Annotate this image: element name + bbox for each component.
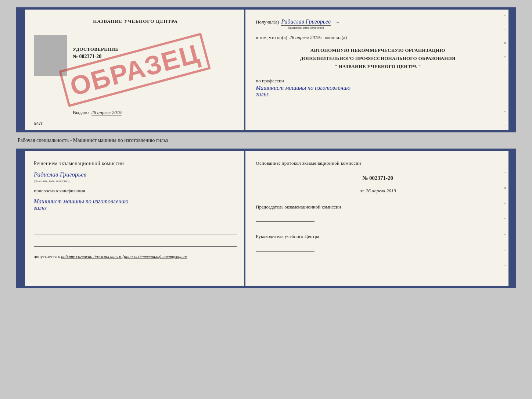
vudano-line: Выдано 26 апреля 2019	[73, 110, 122, 115]
right-side-marks: – – и а ← – – – –	[501, 10, 508, 130]
date-value: 26 апреля 2019г.	[290, 35, 323, 41]
mp-label: М.П.	[34, 121, 44, 127]
book-spine-left	[18, 10, 25, 130]
protocol-date: от 26 апреля 2019	[256, 188, 500, 194]
qual-name2: гильз	[34, 205, 47, 211]
rukovoditel-label: Руководитель учебного Центра	[256, 234, 319, 239]
dash-mark2: –	[504, 27, 506, 31]
name-subtitle-bottom: (фамилия, имя, отчество)	[34, 179, 69, 183]
vtom-prefix: в том, что он(а)	[256, 35, 287, 40]
book2-spine-right	[508, 151, 514, 286]
chairman-label: Председатель экзаменационной комиссии	[256, 204, 341, 210]
blank-line4	[34, 266, 237, 272]
bottom-book-left-page: Решением экзаменационной комиссии Радисл…	[25, 151, 245, 286]
dopusk-prefix: допускается к	[34, 254, 60, 259]
blank-line1	[34, 217, 237, 223]
blank-line3	[34, 241, 237, 247]
prisvoena-label: присвоена квалификация	[34, 188, 237, 194]
resheniem-title: Решением экзаменационной комиссии	[34, 160, 237, 167]
osnovanie-title: Основание: протокол экзаменационной коми…	[256, 160, 500, 167]
profession-name-text: Машинист машины по изготовлению	[256, 85, 351, 91]
top-book: НАЗВАНИЕ УЧЕБНОГО ЦЕНТРА УДОСТОВЕРЕНИЕ №…	[16, 7, 516, 132]
vudano-label: Выдано	[73, 110, 89, 115]
bottom-book-right-page: Основание: протокол экзаменационной коми…	[245, 151, 508, 286]
center-title: НАЗВАНИЕ УЧЕБНОГО ЦЕНТРА	[34, 18, 237, 24]
qualification-name: Машинист машины по изготовлению гильз	[34, 198, 237, 211]
dash-mark5: –	[504, 109, 506, 113]
between-label: Рабочая специальность - Машинист машины …	[16, 138, 168, 143]
chairman-sign-line	[256, 213, 314, 222]
vtom-line: в том, что он(а) 26 апреля 2019г. окончи…	[256, 35, 500, 41]
dash-mark2-6: –	[504, 279, 506, 282]
dash-mark1: –	[504, 13, 506, 17]
profession-name: Машинист машины по изготовлению гильз	[256, 85, 500, 98]
top-book-right-page: Получил(а) Радислав Григорьев (фамилия, …	[245, 10, 508, 130]
profession-label: по профессии	[256, 78, 284, 83]
person-name-top: Радислав Григорьев	[281, 18, 331, 26]
poluchil-label: Получил(а)	[256, 19, 279, 25]
udostoverenie-block: УДОСТОВЕРЕНИЕ № 002371-20	[73, 46, 119, 60]
dash-mark2-2: –	[504, 170, 506, 174]
dash-mark2-3: –	[504, 232, 506, 236]
udost-label: УДОСТОВЕРЕНИЕ	[73, 46, 119, 52]
dash-mark3: –	[504, 82, 506, 85]
person-name-bottom: Радислав Григорьев	[34, 171, 86, 179]
document-wrapper: НАЗВАНИЕ УЧЕБНОГО ЦЕНТРА УДОСТОВЕРЕНИЕ №…	[16, 7, 516, 288]
qualification-block: Машинист машины по изготовлению гильз	[34, 197, 237, 211]
udost-number: № 002371-20	[73, 54, 101, 60]
bottom-book: Решением экзаменационной комиссии Радисл…	[16, 149, 516, 288]
dash-mark2-1: –	[504, 154, 506, 158]
dash-mark6: –	[504, 123, 506, 127]
dopuskaetsya-block: допускается к работе согласно должностны…	[34, 253, 237, 260]
qual-name-text: Машинист машины по изготовлению	[34, 198, 129, 204]
rukovoditel-block: Руководитель учебного Центра	[256, 233, 500, 252]
okончил-label: окончил(а)	[325, 35, 347, 40]
protocol-date-value: 26 апреля 2019	[366, 188, 396, 194]
protocol-date-prefix: от	[359, 188, 364, 193]
book2-spine-left	[18, 151, 25, 286]
profession-name2: гильз	[256, 91, 269, 97]
org-block: АВТОНОМНУЮ НЕКОММЕРЧЕСКУЮ ОРГАНИЗАЦИЮ ДО…	[256, 46, 500, 71]
profession-block: по профессии Машинист машины по изготовл…	[256, 78, 500, 98]
arrow-mark: ←	[503, 68, 507, 72]
poluchil-line: Получил(а) Радислав Григорьев (фамилия, …	[256, 18, 500, 29]
rukovoditel-sign-line	[256, 243, 314, 252]
top-book-left-page: НАЗВАНИЕ УЧЕБНОГО ЦЕНТРА УДОСТОВЕРЕНИЕ №…	[25, 10, 245, 130]
dash1: –	[337, 19, 339, 25]
photo-placeholder	[34, 35, 67, 76]
blank-line2	[34, 229, 237, 235]
vudano-date: 26 апреля 2019	[91, 110, 122, 115]
person-name-subtitle: (фамилия, имя, отчество)	[288, 26, 324, 29]
chairman-block: Председатель экзаменационной комиссии	[256, 203, 500, 222]
i-mark: и	[504, 41, 506, 44]
a-mark: а	[504, 54, 506, 58]
org-line3: " НАЗВАНИЕ УЧЕБНОГО ЦЕНТРА "	[334, 64, 421, 69]
dash-mark2-5: –	[504, 263, 506, 267]
i-mark2: и	[504, 186, 506, 189]
protocol-number: № 002371-20	[256, 175, 500, 181]
obrazec-stamp: ОБРАЗЕЦ	[59, 33, 211, 107]
book-spine-right	[508, 10, 514, 130]
dash-mark4: –	[504, 96, 506, 99]
a-mark2: а	[504, 201, 506, 205]
arrow-mark2: ←	[503, 217, 507, 220]
dopusk-text: работе согласно должностным (производств…	[61, 254, 187, 259]
right-side-marks2: – – и а ← – – – –	[501, 151, 508, 286]
org-line1: АВТОНОМНУЮ НЕКОММЕРЧЕСКУЮ ОРГАНИЗАЦИЮ	[310, 47, 445, 53]
person-name-block2: Радислав Григорьев (фамилия, имя, отчест…	[34, 171, 237, 183]
dash-mark2-4: –	[504, 248, 506, 252]
org-line2: ДОПОЛНИТЕЛЬНОГО ПРОФЕССИОНАЛЬНОГО ОБРАЗО…	[300, 56, 455, 61]
